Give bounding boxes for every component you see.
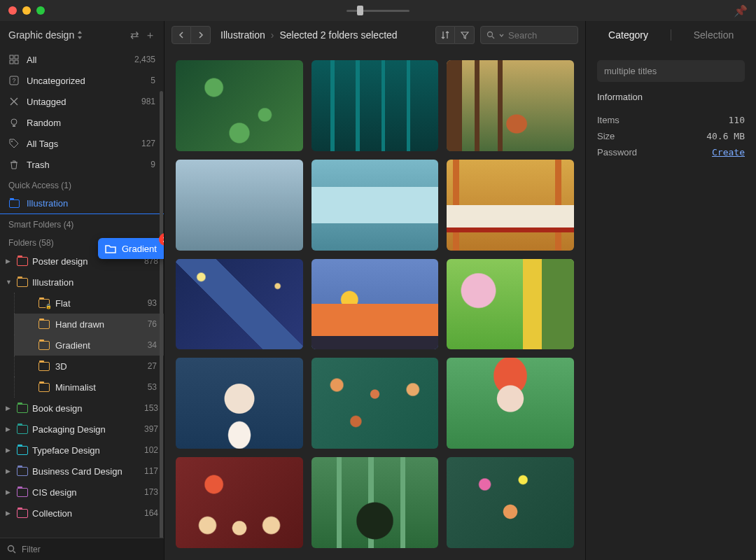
lock-icon: 🔒: [46, 304, 51, 309]
info-key: Items: [597, 115, 620, 125]
swap-icon[interactable]: ⇄: [130, 29, 139, 41]
subfolder-hand-drawn[interactable]: Hand drawn76: [14, 314, 164, 335]
folder-label: Collection: [32, 508, 140, 519]
tab-selection[interactable]: Selection: [671, 21, 756, 49]
folder-business-card-design[interactable]: ▶Business Card Design117: [0, 461, 164, 482]
subfolder-flat[interactable]: 🔒Flat93: [14, 293, 164, 314]
subfolder-label: 3D: [54, 361, 144, 372]
info-tabs: Category Selection: [586, 21, 756, 49]
info-value[interactable]: Create: [712, 147, 745, 158]
thumbnail[interactable]: [447, 259, 574, 350]
subfolder-label: Flat: [54, 298, 144, 309]
library-switcher[interactable]: Graphic design: [8, 29, 125, 41]
disclosure-icon[interactable]: ▶: [6, 510, 13, 517]
info-row-size: Size40.6 MB: [597, 128, 745, 144]
thumbnail[interactable]: [447, 457, 574, 548]
filter-button[interactable]: [455, 26, 475, 44]
folder-icon: [38, 341, 50, 350]
sidebar-smart-all[interactable]: All2,435: [0, 49, 164, 70]
folder-typeface-design[interactable]: ▶Typeface Design102: [0, 440, 164, 461]
disclosure-icon[interactable]: ▶: [6, 489, 13, 496]
subfolder-3d[interactable]: 3D27: [14, 356, 164, 377]
folder-count: 102: [144, 445, 158, 455]
folder-label: CIS design: [32, 487, 140, 498]
title-field[interactable]: multiple titles: [597, 60, 745, 82]
back-button[interactable]: [172, 26, 191, 44]
sidebar-smart-uncategorized[interactable]: ?Uncategorized5: [0, 70, 164, 91]
folder-illustration[interactable]: ▼Illustration: [0, 272, 164, 293]
quick-access-item[interactable]: Illustration: [0, 193, 164, 214]
folder-cis-design[interactable]: ▶CIS design173: [0, 482, 164, 503]
subfolder-minimalist[interactable]: Minimalist53: [14, 377, 164, 398]
thumbnail[interactable]: [447, 160, 574, 251]
sort-button[interactable]: [435, 26, 455, 44]
quick-access-label: Illustration: [27, 198, 155, 209]
bulb-icon: [8, 118, 20, 127]
subfolder-label: Hand drawn: [54, 319, 144, 330]
forward-button[interactable]: [191, 26, 211, 44]
folder-icon: [38, 362, 50, 371]
tab-category[interactable]: Category: [586, 21, 671, 49]
thumbnail[interactable]: [447, 358, 574, 449]
breadcrumb-a[interactable]: Illustration: [220, 29, 265, 41]
add-icon[interactable]: ＋: [145, 29, 155, 42]
thumbnail[interactable]: [312, 259, 439, 350]
info-section-header: Information: [597, 92, 745, 102]
minimize-button[interactable]: [22, 6, 31, 15]
chevron-right-icon: ›: [271, 29, 274, 41]
smart-folders-header: Smart Folders (4): [0, 214, 164, 232]
disclosure-icon[interactable]: ▶: [6, 426, 13, 433]
breadcrumb-b: Selected 2 folders selected: [279, 29, 397, 41]
disclosure-icon[interactable]: ▶: [6, 447, 13, 454]
row-count: 981: [141, 97, 155, 106]
grid-icon: [8, 55, 20, 64]
folder-count: 164: [144, 508, 158, 518]
thumbnail[interactable]: [176, 457, 303, 548]
pin-icon[interactable]: 📌: [734, 4, 748, 18]
thumbnail[interactable]: [176, 259, 303, 350]
search-box[interactable]: [480, 26, 578, 44]
thumbnail[interactable]: [312, 358, 439, 449]
sidebar-smart-all-tags[interactable]: All Tags127: [0, 133, 164, 154]
folder-label: Business Card Design: [32, 466, 140, 477]
subfolder-label: Minimalist: [54, 382, 144, 393]
thumbnail[interactable]: [447, 60, 574, 151]
drag-pill-label: Gradient: [122, 244, 157, 254]
row-count: 127: [141, 139, 155, 148]
sidebar-smart-random[interactable]: Random: [0, 112, 164, 133]
folder-icon: [17, 257, 28, 266]
quick-access-header: Quick Access (1): [0, 175, 164, 193]
thumbnail[interactable]: [176, 160, 303, 251]
disclosure-icon[interactable]: ▶: [6, 258, 13, 265]
disclosure-icon[interactable]: ▶: [6, 405, 13, 412]
sidebar-smart-trash[interactable]: Trash9: [0, 154, 164, 175]
folder-icon: [8, 200, 20, 208]
folder-icon: [17, 488, 28, 497]
folder-icon: [38, 320, 50, 329]
thumbnail[interactable]: [312, 457, 439, 548]
row-count: 9: [150, 160, 155, 169]
disclosure-icon[interactable]: ▶: [6, 468, 13, 475]
svg-rect-0: [10, 55, 13, 59]
thumbnail[interactable]: [312, 160, 439, 251]
svg-point-7: [11, 141, 13, 142]
thumbnail-size-slider[interactable]: [346, 10, 410, 12]
folder-packaging-design[interactable]: ▶Packaging Design397: [0, 419, 164, 440]
question-icon: ?: [8, 76, 20, 85]
thumbnail[interactable]: [176, 358, 303, 449]
row-label: Uncategorized: [27, 76, 144, 86]
disclosure-icon[interactable]: ▼: [6, 279, 13, 286]
search-input[interactable]: [508, 30, 571, 41]
folder-label: Typeface Design: [32, 445, 140, 456]
thumbnail[interactable]: [312, 60, 439, 151]
maximize-button[interactable]: [36, 6, 45, 15]
folder-collection[interactable]: ▶Collection164: [0, 503, 164, 524]
sidebar-smart-untagged[interactable]: Untagged981: [0, 91, 164, 112]
sidebar-filter[interactable]: Filter: [0, 538, 164, 560]
folder-book-design[interactable]: ▶Book design153: [0, 398, 164, 419]
sidebar-scrollbar[interactable]: [160, 91, 163, 538]
subfolder-gradient[interactable]: Gradient34: [14, 335, 164, 356]
info-row-password[interactable]: PasswordCreate: [597, 144, 745, 160]
close-button[interactable]: [8, 6, 17, 15]
thumbnail[interactable]: [176, 60, 303, 151]
